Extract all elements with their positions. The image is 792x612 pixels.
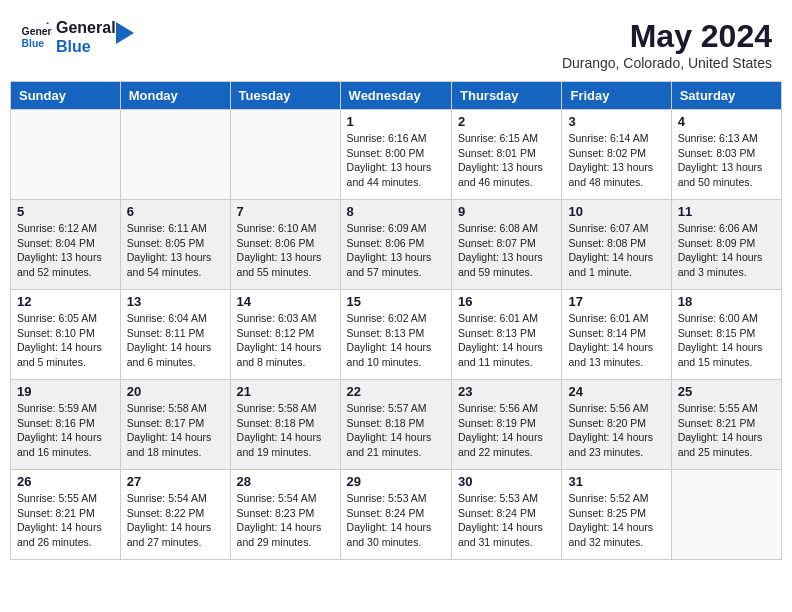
day-info: Sunrise: 5:55 AMSunset: 8:21 PMDaylight:… [678, 401, 775, 460]
calendar-cell: 29Sunrise: 5:53 AMSunset: 8:24 PMDayligh… [340, 470, 451, 560]
day-number: 30 [458, 474, 555, 489]
day-info: Sunrise: 6:13 AMSunset: 8:03 PMDaylight:… [678, 131, 775, 190]
calendar-table: SundayMondayTuesdayWednesdayThursdayFrid… [10, 81, 782, 560]
day-number: 24 [568, 384, 664, 399]
logo-icon: General Blue [20, 21, 52, 53]
calendar-week-row: 19Sunrise: 5:59 AMSunset: 8:16 PMDayligh… [11, 380, 782, 470]
calendar-week-row: 12Sunrise: 6:05 AMSunset: 8:10 PMDayligh… [11, 290, 782, 380]
calendar-cell: 13Sunrise: 6:04 AMSunset: 8:11 PMDayligh… [120, 290, 230, 380]
day-number: 11 [678, 204, 775, 219]
logo-line2: Blue [56, 37, 116, 56]
calendar-cell: 14Sunrise: 6:03 AMSunset: 8:12 PMDayligh… [230, 290, 340, 380]
day-info: Sunrise: 6:04 AMSunset: 8:11 PMDaylight:… [127, 311, 224, 370]
day-info: Sunrise: 5:53 AMSunset: 8:24 PMDaylight:… [458, 491, 555, 550]
day-info: Sunrise: 5:59 AMSunset: 8:16 PMDaylight:… [17, 401, 114, 460]
weekday-header-tuesday: Tuesday [230, 82, 340, 110]
calendar-header: SundayMondayTuesdayWednesdayThursdayFrid… [11, 82, 782, 110]
day-number: 21 [237, 384, 334, 399]
day-info: Sunrise: 5:56 AMSunset: 8:20 PMDaylight:… [568, 401, 664, 460]
day-number: 25 [678, 384, 775, 399]
day-info: Sunrise: 6:05 AMSunset: 8:10 PMDaylight:… [17, 311, 114, 370]
day-info: Sunrise: 5:58 AMSunset: 8:17 PMDaylight:… [127, 401, 224, 460]
day-number: 9 [458, 204, 555, 219]
calendar-cell [11, 110, 121, 200]
calendar-cell [230, 110, 340, 200]
calendar-cell: 30Sunrise: 5:53 AMSunset: 8:24 PMDayligh… [452, 470, 562, 560]
weekday-header-wednesday: Wednesday [340, 82, 451, 110]
day-info: Sunrise: 6:06 AMSunset: 8:09 PMDaylight:… [678, 221, 775, 280]
month-year-title: May 2024 [562, 18, 772, 55]
calendar-cell: 3Sunrise: 6:14 AMSunset: 8:02 PMDaylight… [562, 110, 671, 200]
day-number: 23 [458, 384, 555, 399]
svg-text:General: General [22, 27, 52, 38]
title-block: May 2024 Durango, Colorado, United State… [562, 18, 772, 71]
weekday-header-friday: Friday [562, 82, 671, 110]
day-info: Sunrise: 6:00 AMSunset: 8:15 PMDaylight:… [678, 311, 775, 370]
calendar-cell: 24Sunrise: 5:56 AMSunset: 8:20 PMDayligh… [562, 380, 671, 470]
calendar-cell: 7Sunrise: 6:10 AMSunset: 8:06 PMDaylight… [230, 200, 340, 290]
day-info: Sunrise: 6:15 AMSunset: 8:01 PMDaylight:… [458, 131, 555, 190]
calendar-cell: 23Sunrise: 5:56 AMSunset: 8:19 PMDayligh… [452, 380, 562, 470]
calendar-cell: 12Sunrise: 6:05 AMSunset: 8:10 PMDayligh… [11, 290, 121, 380]
logo-line1: General [56, 18, 116, 37]
calendar-cell: 25Sunrise: 5:55 AMSunset: 8:21 PMDayligh… [671, 380, 781, 470]
calendar-cell [671, 470, 781, 560]
weekday-header-saturday: Saturday [671, 82, 781, 110]
day-info: Sunrise: 5:56 AMSunset: 8:19 PMDaylight:… [458, 401, 555, 460]
calendar-week-row: 1Sunrise: 6:16 AMSunset: 8:00 PMDaylight… [11, 110, 782, 200]
calendar-cell: 2Sunrise: 6:15 AMSunset: 8:01 PMDaylight… [452, 110, 562, 200]
day-info: Sunrise: 5:57 AMSunset: 8:18 PMDaylight:… [347, 401, 445, 460]
day-number: 19 [17, 384, 114, 399]
logo: General Blue General Blue [20, 18, 134, 56]
day-number: 5 [17, 204, 114, 219]
day-info: Sunrise: 6:01 AMSunset: 8:14 PMDaylight:… [568, 311, 664, 370]
day-info: Sunrise: 5:58 AMSunset: 8:18 PMDaylight:… [237, 401, 334, 460]
day-number: 22 [347, 384, 445, 399]
day-number: 12 [17, 294, 114, 309]
day-info: Sunrise: 6:08 AMSunset: 8:07 PMDaylight:… [458, 221, 555, 280]
day-number: 26 [17, 474, 114, 489]
day-number: 20 [127, 384, 224, 399]
calendar-cell: 26Sunrise: 5:55 AMSunset: 8:21 PMDayligh… [11, 470, 121, 560]
calendar-cell: 21Sunrise: 5:58 AMSunset: 8:18 PMDayligh… [230, 380, 340, 470]
day-number: 4 [678, 114, 775, 129]
day-info: Sunrise: 5:52 AMSunset: 8:25 PMDaylight:… [568, 491, 664, 550]
calendar-cell: 27Sunrise: 5:54 AMSunset: 8:22 PMDayligh… [120, 470, 230, 560]
calendar-cell: 16Sunrise: 6:01 AMSunset: 8:13 PMDayligh… [452, 290, 562, 380]
page-header: General Blue General Blue May 2024 Duran… [10, 10, 782, 75]
day-info: Sunrise: 6:03 AMSunset: 8:12 PMDaylight:… [237, 311, 334, 370]
day-info: Sunrise: 6:12 AMSunset: 8:04 PMDaylight:… [17, 221, 114, 280]
day-info: Sunrise: 6:16 AMSunset: 8:00 PMDaylight:… [347, 131, 445, 190]
day-number: 8 [347, 204, 445, 219]
day-info: Sunrise: 6:01 AMSunset: 8:13 PMDaylight:… [458, 311, 555, 370]
day-number: 7 [237, 204, 334, 219]
day-number: 31 [568, 474, 664, 489]
location-subtitle: Durango, Colorado, United States [562, 55, 772, 71]
weekday-header-monday: Monday [120, 82, 230, 110]
day-info: Sunrise: 6:11 AMSunset: 8:05 PMDaylight:… [127, 221, 224, 280]
day-info: Sunrise: 6:07 AMSunset: 8:08 PMDaylight:… [568, 221, 664, 280]
calendar-week-row: 26Sunrise: 5:55 AMSunset: 8:21 PMDayligh… [11, 470, 782, 560]
day-number: 15 [347, 294, 445, 309]
calendar-cell: 22Sunrise: 5:57 AMSunset: 8:18 PMDayligh… [340, 380, 451, 470]
day-info: Sunrise: 5:53 AMSunset: 8:24 PMDaylight:… [347, 491, 445, 550]
calendar-week-row: 5Sunrise: 6:12 AMSunset: 8:04 PMDaylight… [11, 200, 782, 290]
calendar-cell: 19Sunrise: 5:59 AMSunset: 8:16 PMDayligh… [11, 380, 121, 470]
svg-marker-2 [46, 22, 49, 24]
day-number: 13 [127, 294, 224, 309]
calendar-cell: 11Sunrise: 6:06 AMSunset: 8:09 PMDayligh… [671, 200, 781, 290]
day-number: 10 [568, 204, 664, 219]
svg-text:Blue: Blue [22, 38, 45, 49]
day-number: 3 [568, 114, 664, 129]
day-info: Sunrise: 5:54 AMSunset: 8:22 PMDaylight:… [127, 491, 224, 550]
calendar-cell: 18Sunrise: 6:00 AMSunset: 8:15 PMDayligh… [671, 290, 781, 380]
weekday-header-row: SundayMondayTuesdayWednesdayThursdayFrid… [11, 82, 782, 110]
calendar-cell: 31Sunrise: 5:52 AMSunset: 8:25 PMDayligh… [562, 470, 671, 560]
day-number: 14 [237, 294, 334, 309]
calendar-cell [120, 110, 230, 200]
day-info: Sunrise: 6:02 AMSunset: 8:13 PMDaylight:… [347, 311, 445, 370]
day-info: Sunrise: 5:54 AMSunset: 8:23 PMDaylight:… [237, 491, 334, 550]
day-info: Sunrise: 6:09 AMSunset: 8:06 PMDaylight:… [347, 221, 445, 280]
day-info: Sunrise: 5:55 AMSunset: 8:21 PMDaylight:… [17, 491, 114, 550]
calendar-cell: 28Sunrise: 5:54 AMSunset: 8:23 PMDayligh… [230, 470, 340, 560]
